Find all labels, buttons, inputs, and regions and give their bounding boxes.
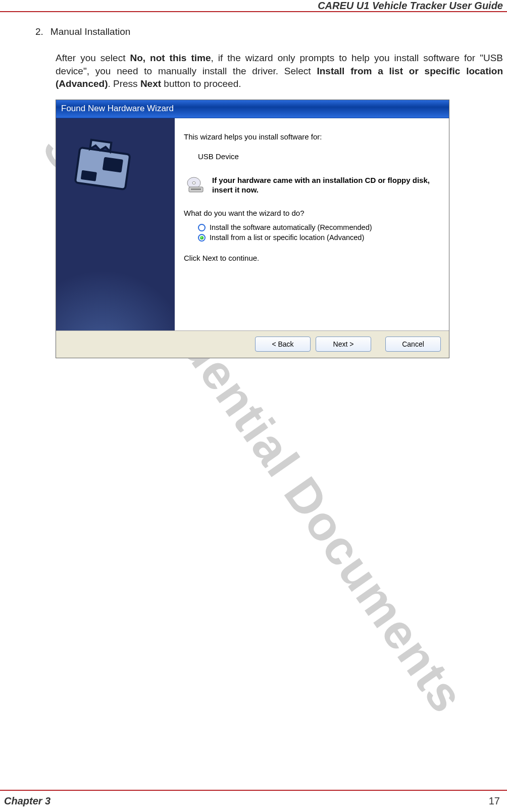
wizard-click-next-text: Click Next to continue. [184, 254, 437, 262]
footer-page-number: 17 [489, 795, 500, 807]
svg-rect-6 [191, 188, 201, 190]
footer-rule [0, 790, 507, 791]
radio-unchecked-icon [198, 224, 206, 231]
wizard-button-row: < Back Next > Cancel [56, 330, 449, 358]
wizard-titlebar: Found New Hardware Wizard [56, 100, 449, 118]
section-title: Manual Installation [50, 26, 130, 37]
page-header-title: CAREU U1 Vehicle Tracker User Guide [318, 0, 503, 12]
wizard-cd-row: If your hardware came with an installati… [186, 176, 437, 195]
next-button[interactable]: Next > [316, 337, 371, 352]
wizard-main-panel: This wizard helps you install software f… [175, 118, 449, 330]
para-pre: After you select [56, 53, 130, 63]
wizard-body: This wizard helps you install software f… [56, 118, 449, 330]
svg-rect-1 [103, 157, 123, 173]
wizard-cd-text: If your hardware came with an installati… [212, 176, 437, 195]
wizard-intro-text: This wizard helps you install software f… [184, 132, 437, 141]
section-heading: 2. Manual Installation [35, 26, 503, 37]
cd-icon [186, 177, 206, 194]
para-mid2: . Press [108, 78, 140, 89]
radio-checked-icon [198, 234, 206, 242]
content-area: 2. Manual Installation After you select … [35, 26, 503, 358]
hardware-icon [66, 128, 157, 219]
wizard-window: Found New Hardware Wizard This [56, 100, 449, 358]
para-bold1: No, not this time [130, 53, 211, 63]
side-art-gradient [56, 270, 175, 330]
back-button[interactable]: < Back [255, 337, 311, 352]
radio-label-advanced: Install from a list or specific location… [210, 233, 364, 242]
wizard-side-art [56, 118, 175, 330]
radio-label-auto: Install the software automatically (Reco… [210, 223, 372, 231]
para-bold3: Next [140, 78, 161, 89]
section-number: 2. [35, 26, 43, 37]
wizard-title: Found New Hardware Wizard [61, 104, 174, 114]
section-paragraph: After you select No, not this time, if t… [56, 52, 503, 90]
wizard-radio-group: Install the software automatically (Reco… [198, 223, 437, 244]
radio-option-advanced[interactable]: Install from a list or specific location… [198, 233, 437, 242]
wizard-device-name: USB Device [198, 152, 437, 161]
cancel-button[interactable]: Cancel [385, 337, 441, 352]
wizard-question: What do you want the wizard to do? [184, 209, 437, 217]
para-end: button to proceed. [161, 78, 241, 89]
radio-option-auto[interactable]: Install the software automatically (Reco… [198, 223, 437, 231]
svg-point-4 [192, 181, 195, 184]
footer-chapter: Chapter 3 [4, 795, 50, 807]
